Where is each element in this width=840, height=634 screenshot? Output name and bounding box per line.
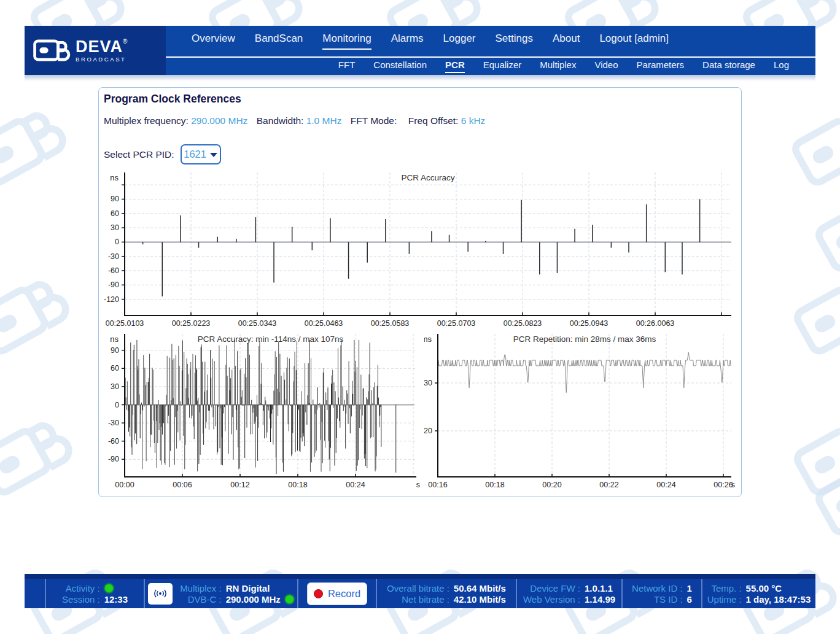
session-label: Session : [62,594,100,605]
subnav-equalizer[interactable]: Equalizer [483,60,522,73]
nav-overview[interactable]: Overview [192,33,235,50]
nav-bandscan[interactable]: BandScan [255,33,303,50]
svg-text:00:12: 00:12 [230,481,249,489]
db-watermark-icon [810,448,840,544]
nav-settings[interactable]: Settings [496,33,533,50]
svg-text:ns: ns [110,334,119,344]
svg-text:00:22: 00:22 [599,481,618,489]
svg-text:00:20: 00:20 [542,481,561,489]
mux-frequency-label: Multiplex frequency: [104,115,189,126]
svg-text:s: s [416,481,420,489]
pid-select-row: Select PCR PID: 1621 [104,144,221,164]
fft-mode-label: FFT Mode: [351,115,397,126]
ts-id-label: TS ID : [654,594,683,605]
svg-text:00:26: 00:26 [714,481,733,489]
svg-text:0: 0 [115,401,119,409]
subnav-video[interactable]: Video [594,60,618,73]
subnav-pcr[interactable]: PCR [445,60,465,73]
ts-id-value: 6 [687,594,692,605]
antenna-icon [148,583,173,605]
svg-text:00:25.0463: 00:25.0463 [305,319,343,328]
status-multiplex-section: Multiplex : RN Digital DVB-C : 290.000 M… [145,579,298,608]
nav-monitoring[interactable]: Monitoring [322,33,371,50]
record-button-label: Record [328,588,360,600]
session-value: 12:33 [104,594,128,605]
subnav-data-storage[interactable]: Data storage [702,60,755,73]
svg-text:00:24: 00:24 [656,481,675,489]
dvbc-value: 290.000 MHz [226,594,281,605]
svg-text:20: 20 [424,427,432,435]
svg-text:ns: ns [110,173,119,182]
subnav-fft[interactable]: FFT [338,60,356,73]
freq-offset-label: Freq Offset: [408,115,459,126]
svg-text:00:25.0343: 00:25.0343 [238,319,277,328]
page: Overview BandScan Monitoring Alarms Logg… [0,0,840,634]
svg-text:00:18: 00:18 [288,481,307,489]
mux-frequency-value: 290.000 MHz [191,115,247,126]
activity-status-dot [104,584,114,593]
subnav-multiplex[interactable]: Multiplex [540,60,576,73]
device-fw-value: 1.0.1.1 [585,583,613,593]
nav-alarms[interactable]: Alarms [391,33,424,50]
pcr-panel: Program Clock References Multiplex frequ… [98,87,742,497]
svg-text:30: 30 [424,379,432,387]
freq-offset-value: 6 kHz [461,115,486,126]
svg-text:30: 30 [111,382,119,391]
svg-text:60: 60 [111,209,119,218]
pid-selected-value: 1621 [184,149,206,160]
subnav-log[interactable]: Log [774,60,789,73]
svg-text:-30: -30 [108,419,119,427]
record-button[interactable]: Record [307,582,367,605]
net-bitrate-label: Net bitrate : [402,594,449,605]
subnav-constellation[interactable]: Constellation [373,60,427,73]
brand-subname: BROADCAST [76,56,127,63]
status-temp-section: Temp. : 55.00 °C Uptime : 1 day, 18:47:5… [702,579,815,608]
pcr-pid-dropdown[interactable]: 1621 [181,144,221,164]
svg-text:00:25.0703: 00:25.0703 [437,319,476,328]
page-title: Program Clock References [104,93,241,106]
bandwidth-label: Bandwidth: [257,115,304,126]
temp-value: 55.00 °C [746,583,782,593]
nav-logout[interactable]: Logout [admin] [599,33,668,50]
bandwidth-value: 1.0 MHz [306,115,342,126]
multiplex-value: RN Digital [226,583,270,593]
network-id-label: Network ID : [632,583,683,593]
brand-name: DEVA [76,37,123,56]
svg-text:90: 90 [111,195,119,203]
uptime-value: 1 day, 18:47:53 [746,594,811,605]
svg-text:00:25.0223: 00:25.0223 [172,319,211,328]
pid-select-label: Select PCR PID: [104,149,174,160]
net-bitrate-value: 42.10 Mbit/s [454,594,506,605]
svg-text:00:25.0943: 00:25.0943 [570,319,609,328]
status-activity-section: Activity : Session : 12:33 [45,579,145,608]
subnav-parameters[interactable]: Parameters [637,60,685,73]
dvbc-lock-dot [285,595,294,604]
db-watermark-icon [788,267,840,363]
svg-text:PCR Accuracy: PCR Accuracy [401,173,454,182]
web-version-label: Web Version : [523,594,580,605]
header-shadow [25,75,815,81]
header: Overview BandScan Monitoring Alarms Logg… [25,26,815,75]
status-record-section: Record [298,579,377,608]
uptime-label: Uptime : [707,594,742,605]
web-version-value: 1.14.99 [585,594,615,605]
db-watermark-icon [0,98,76,195]
svg-text:00:18: 00:18 [485,481,504,489]
svg-text:90: 90 [111,346,119,355]
brand-logo[interactable]: DEVA® BROADCAST [25,26,166,75]
overall-bitrate-value: 50.64 Mbit/s [454,583,506,593]
db-watermark-icon [0,408,82,504]
deva-db-logo-icon [33,39,71,62]
activity-label: Activity : [66,583,100,593]
chevron-down-icon [210,153,217,157]
svg-text:ms: ms [424,334,432,344]
temp-label: Temp. : [711,583,741,593]
svg-text:00:16: 00:16 [428,481,447,489]
svg-text:30: 30 [111,223,119,232]
nav-about[interactable]: About [553,33,580,50]
pcr-repetition-chart: PCR Repetition: min 28ms / max 36msms00:… [424,334,741,490]
svg-text:00:24: 00:24 [346,481,365,489]
status-version-section: Device FW : 1.0.1.1 Web Version : 1.14.9… [517,579,623,608]
nav-logger[interactable]: Logger [443,33,476,50]
pcr-accuracy-noise-chart: PCR Accuracy: min -114ns / max 107nsns00… [104,334,424,490]
